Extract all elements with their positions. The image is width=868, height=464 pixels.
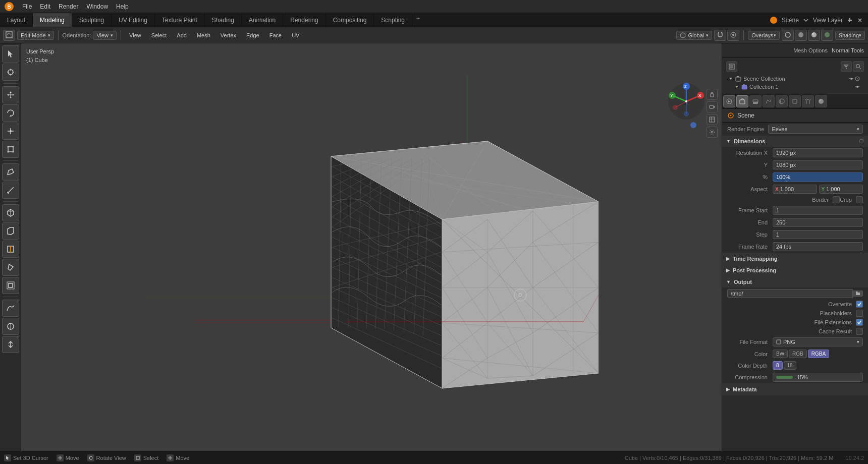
orientation-dropdown[interactable]: View ▾ [93,31,117,40]
viewport-grid-btn[interactable] [707,114,718,125]
tab-texture-paint[interactable]: Texture Paint [155,13,205,27]
vertex-menu[interactable]: Vertex [216,31,240,39]
render-tab[interactable] [723,95,735,107]
shading-dropdown[interactable]: Shading ▾ [835,31,865,40]
transform-tool-btn[interactable] [2,141,19,158]
annotate-btn[interactable] [2,163,19,181]
aspect-y-value[interactable]: Y 1.000 [819,185,863,194]
compression-value[interactable]: 15% [773,373,863,382]
view-layer-tab[interactable] [749,95,762,107]
tab-compositing[interactable]: Compositing [326,13,374,27]
resolution-x-value[interactable]: 1920 px [773,148,863,157]
restrict-icon[interactable] [855,76,860,81]
move-tool-btn[interactable] [2,86,19,103]
frame-rate-value[interactable]: 24 fps [773,242,863,251]
overlays-btn[interactable]: Overlays ▾ [748,31,779,40]
edge-menu[interactable]: Edge [242,31,263,39]
shrink-fatten-btn[interactable] [2,318,19,335]
solid-btn[interactable] [795,30,807,41]
color-depth-8-btn[interactable]: 8 [773,361,783,370]
placeholders-checkbox[interactable] [856,310,863,317]
output-path-input[interactable]: /tmp/ [727,289,853,298]
visible-icon[interactable] [849,76,854,81]
cache-result-checkbox[interactable] [856,328,863,335]
mesh-options-tab[interactable]: Mesh Options [793,47,828,53]
tab-shading[interactable]: Shading [205,13,242,27]
metadata-section-header[interactable]: Metadata [722,384,868,395]
proportional-btn[interactable] [727,30,739,41]
resolution-y-value[interactable]: 1080 px [773,160,863,169]
gizmo-widget[interactable]: X Y Z [666,81,707,123]
material-tab[interactable] [815,95,827,107]
snap-btn[interactable] [714,30,726,41]
bevel-btn[interactable] [2,222,19,240]
color-rgba-btn[interactable]: RGBA [808,350,829,358]
color-depth-16-btn[interactable]: 16 [784,361,796,370]
viewport-camera-btn[interactable] [707,101,718,112]
outliner-type-btn[interactable] [726,61,737,72]
smooth-btn[interactable] [2,300,19,317]
post-processing-header[interactable]: Post Processing [722,265,868,276]
menu-window[interactable]: Window [82,2,112,11]
view-menu[interactable]: View [125,31,145,39]
crop-checkbox[interactable] [856,196,863,203]
add-workspace-btn[interactable]: + [412,13,424,27]
view-layer-close-icon[interactable] [857,17,863,23]
cursor-tool-btn[interactable] [2,64,19,81]
filter-btn[interactable] [841,61,852,72]
loop-cut-btn[interactable] [2,241,19,258]
scene-collection-item[interactable]: Scene Collection [726,75,864,83]
tab-layout[interactable]: Layout [0,13,33,27]
dimensions-section-header[interactable]: Dimensions [722,136,868,147]
menu-edit[interactable]: Edit [36,2,55,11]
tab-sculpting[interactable]: Sculpting [72,13,112,27]
tab-scripting[interactable]: Scripting [374,13,412,27]
measure-btn[interactable] [2,182,19,199]
normal-tools-tab[interactable]: Normal Tools [832,47,864,53]
editor-type-btn[interactable] [3,30,15,41]
tab-uv-editing[interactable]: UV Editing [112,13,155,27]
add-menu[interactable]: Add [173,31,191,39]
file-format-dropdown[interactable]: PNG ▾ [773,337,863,346]
resolution-pct-value[interactable]: 100% [773,172,863,182]
aspect-x-value[interactable]: X 1.000 [773,185,817,194]
mesh-menu[interactable]: Mesh [193,31,214,39]
world-tab[interactable] [776,95,788,107]
tab-modeling[interactable]: Modeling [33,13,72,27]
menu-help[interactable]: Help [112,2,133,11]
file-ext-checkbox[interactable] [856,319,863,326]
color-bw-btn[interactable]: BW [773,350,788,358]
scale-tool-btn[interactable] [2,123,19,140]
render-engine-dropdown[interactable]: Eevee ▾ [768,125,863,134]
material-preview-btn[interactable] [808,30,820,41]
output-folder-btn[interactable] [853,291,863,297]
search-outliner-btn[interactable] [853,61,864,72]
frame-step-value[interactable]: 1 [773,230,863,239]
viewport-lock-btn[interactable] [707,89,718,100]
add-cube-btn[interactable] [2,204,19,221]
frame-start-value[interactable]: 1 [773,206,863,215]
color-rgb-btn[interactable]: RGB [789,350,807,358]
knife-btn[interactable] [2,259,19,276]
border-checkbox[interactable] [833,196,840,203]
scene-tab[interactable] [763,95,775,107]
inset-btn[interactable] [2,277,19,294]
uv-menu[interactable]: UV [288,31,303,39]
transform-space-dropdown[interactable]: Global ▾ [676,31,712,40]
output-section-header[interactable]: Output [722,276,868,287]
collection1-item[interactable]: Collection 1 [726,83,864,91]
push-pull-btn[interactable] [2,336,19,353]
menu-file[interactable]: File [18,2,36,11]
output-tab[interactable] [736,95,748,107]
tab-rendering[interactable]: Rendering [283,13,326,27]
modifier-tab[interactable] [802,95,814,107]
tab-animation[interactable]: Animation [242,13,283,27]
view-layer-add-icon[interactable] [847,17,853,23]
time-remapping-header[interactable]: Time Remapping [722,253,868,264]
menu-render[interactable]: Render [55,2,82,11]
overwrite-checkbox[interactable] [856,301,863,308]
frame-end-value[interactable]: 250 [773,218,863,227]
rotate-tool-btn[interactable] [2,104,19,122]
wireframe-btn[interactable] [782,30,794,41]
rendered-btn[interactable] [821,30,833,41]
